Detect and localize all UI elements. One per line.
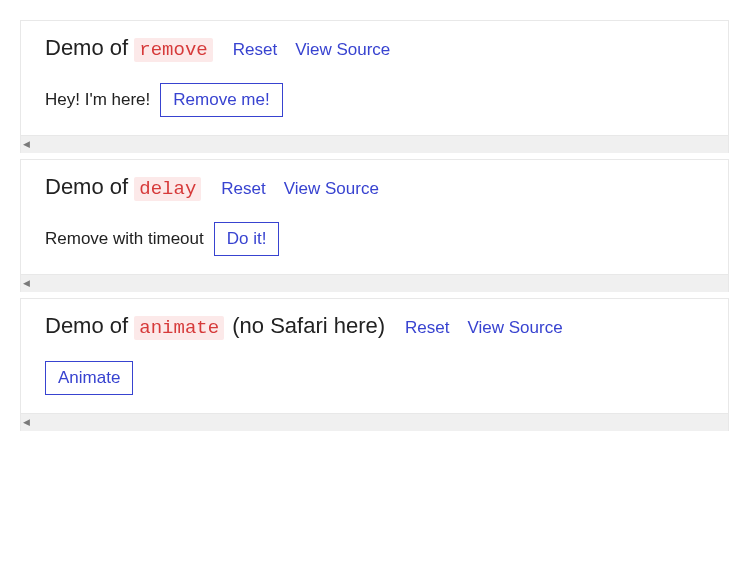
- body-text: Hey! I'm here!: [45, 90, 150, 110]
- demo-animate: Demo of animate (no Safari here) Reset V…: [20, 298, 729, 414]
- demo-title: Demo of delay: [45, 174, 201, 200]
- title-prefix: Demo of: [45, 313, 128, 338]
- demo-remove: Demo of remove Reset View Source Hey! I'…: [20, 20, 729, 136]
- code-tag: remove: [134, 38, 212, 62]
- demo-header: Demo of remove Reset View Source: [45, 35, 704, 61]
- scroll-strip[interactable]: ◀: [20, 275, 729, 292]
- body-text: Remove with timeout: [45, 229, 204, 249]
- demo-title: Demo of animate (no Safari here): [45, 313, 385, 339]
- demo-note: (no Safari here): [232, 313, 385, 338]
- demo-header: Demo of delay Reset View Source: [45, 174, 704, 200]
- animate-button[interactable]: Animate: [45, 361, 133, 395]
- title-prefix: Demo of: [45, 35, 128, 60]
- do-it-button[interactable]: Do it!: [214, 222, 280, 256]
- reset-link[interactable]: Reset: [233, 40, 277, 60]
- view-source-link[interactable]: View Source: [284, 179, 379, 199]
- code-tag: delay: [134, 177, 201, 201]
- reset-link[interactable]: Reset: [221, 179, 265, 199]
- reset-link[interactable]: Reset: [405, 318, 449, 338]
- view-source-link[interactable]: View Source: [468, 318, 563, 338]
- scroll-left-icon: ◀: [23, 279, 30, 288]
- view-source-link[interactable]: View Source: [295, 40, 390, 60]
- demo-delay: Demo of delay Reset View Source Remove w…: [20, 159, 729, 275]
- demo-header: Demo of animate (no Safari here) Reset V…: [45, 313, 704, 339]
- demo-title: Demo of remove: [45, 35, 213, 61]
- scroll-left-icon: ◀: [23, 418, 30, 427]
- demo-body: Animate: [45, 361, 704, 395]
- scroll-left-icon: ◀: [23, 140, 30, 149]
- demo-body: Remove with timeout Do it!: [45, 222, 704, 256]
- scroll-strip[interactable]: ◀: [20, 136, 729, 153]
- title-prefix: Demo of: [45, 174, 128, 199]
- code-tag: animate: [134, 316, 224, 340]
- scroll-strip[interactable]: ◀: [20, 414, 729, 431]
- remove-me-button[interactable]: Remove me!: [160, 83, 282, 117]
- demo-body: Hey! I'm here! Remove me!: [45, 83, 704, 117]
